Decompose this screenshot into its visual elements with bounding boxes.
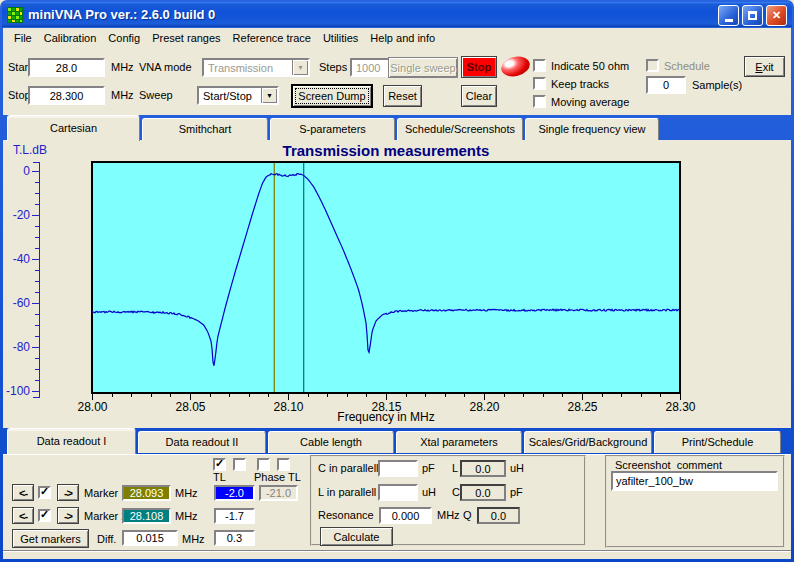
- l-parallel-field[interactable]: [378, 484, 418, 501]
- tl-column-label: TL: [213, 471, 226, 483]
- menu-help[interactable]: Help and info: [364, 29, 441, 47]
- menu-file[interactable]: File: [8, 29, 38, 47]
- start-unit-label: MHz: [111, 61, 134, 73]
- tab-print-schedule[interactable]: Print/Schedule: [654, 431, 781, 453]
- start-frequency-field[interactable]: 28.0: [28, 58, 105, 77]
- phase-trace1-checkbox[interactable]: [257, 458, 270, 471]
- tab-smithchart[interactable]: Smithchart: [142, 118, 268, 140]
- tl-trace1-checkbox[interactable]: [213, 458, 226, 471]
- moving-average-label: Moving average: [551, 96, 629, 108]
- app-window: miniVNA Pro ver.: 2.6.0 build 0 ✕ File C…: [0, 0, 794, 562]
- keep-tracks-checkbox[interactable]: [533, 77, 546, 90]
- marker2-unit-label: MHz: [175, 510, 198, 522]
- tab-cable-length[interactable]: Cable length: [268, 431, 394, 453]
- svg-text:0: 0: [23, 164, 30, 178]
- panel-divider: [3, 550, 791, 552]
- menu-preset-ranges[interactable]: Preset ranges: [146, 29, 226, 47]
- tab-xtal-parameters[interactable]: Xtal parameters: [396, 431, 522, 453]
- l-parallel-unit: uH: [422, 486, 436, 498]
- tl-trace2-checkbox[interactable]: [233, 458, 246, 471]
- svg-text:-20: -20: [13, 208, 31, 222]
- marker1-freq-field[interactable]: 28.093: [122, 485, 171, 501]
- reset-button[interactable]: Reset: [383, 85, 422, 107]
- vna-mode-label: VNA mode: [139, 61, 192, 73]
- exit-label-rest: xit: [763, 61, 774, 73]
- clear-button[interactable]: Clear: [461, 85, 497, 107]
- marker1-left-button[interactable]: <-: [12, 484, 34, 501]
- calculate-button[interactable]: Calculate: [320, 527, 393, 546]
- stop-sweep-button[interactable]: Stop: [461, 56, 497, 78]
- moving-average-checkbox[interactable]: [533, 95, 546, 108]
- sweep-dropdown-icon: ▼: [261, 88, 277, 103]
- l-result-field: 0.0: [460, 460, 506, 477]
- tab-data-readout-1[interactable]: Data readout I: [7, 428, 136, 454]
- resonance-field[interactable]: 0.000: [379, 507, 432, 524]
- marker2-right-button[interactable]: ->: [57, 507, 79, 524]
- marker1-tl-field: -2.0: [214, 485, 255, 501]
- schedule-checkbox: [646, 59, 659, 72]
- sweep-label: Sweep: [139, 89, 173, 101]
- tab-single-frequency-view[interactable]: Single frequency view: [525, 118, 659, 140]
- resonance-unit: MHz: [437, 509, 460, 521]
- c-parallel-label: C in parallell: [318, 462, 379, 474]
- marker2-label: Marker 2: [84, 510, 127, 522]
- readout-tabs: Data readout I Data readout II Cable len…: [3, 428, 791, 455]
- marker1-enable-checkbox[interactable]: [38, 486, 51, 499]
- exit-button[interactable]: Exit: [744, 56, 785, 77]
- minimize-button[interactable]: [718, 5, 739, 26]
- title-bar[interactable]: miniVNA Pro ver.: 2.6.0 build 0 ✕: [2, 2, 792, 27]
- indicate-50ohm-checkbox[interactable]: [533, 59, 546, 72]
- marker2-freq-field[interactable]: 28.108: [122, 508, 171, 524]
- sweep-value: Start/Stop: [199, 88, 261, 103]
- phase-trace2-checkbox[interactable]: [277, 458, 290, 471]
- tab-s-parameters[interactable]: S-parameters: [270, 118, 395, 140]
- screenshot-comment-input[interactable]: [611, 471, 778, 491]
- sweep-select[interactable]: Start/Stop ▼: [197, 86, 279, 105]
- marker1-right-button[interactable]: ->: [57, 484, 79, 501]
- tab-data-readout-2[interactable]: Data readout II: [138, 431, 266, 453]
- l-parallel-label: L in parallell: [318, 486, 376, 498]
- c-parallel-unit: pF: [422, 462, 435, 474]
- exit-label-accel: E: [755, 61, 762, 73]
- marker1-label: Marker 1: [84, 487, 127, 499]
- sweep-activity-led: [499, 54, 532, 79]
- samples-field[interactable]: 0: [646, 76, 686, 94]
- single-sweep-button: Single sweep: [388, 57, 458, 78]
- transmission-chart-plot[interactable]: 0-20-40-60-80-10028.0028.0528.1028.1528.…: [0, 140, 794, 428]
- steps-label: Steps: [319, 61, 347, 73]
- tab-schedule-screenshots[interactable]: Schedule/Screenshots: [397, 118, 523, 140]
- data-readout-panel: TL Phase TL <- -> Marker 1 28.093 MHz -2…: [3, 455, 791, 559]
- c-result-unit: pF: [510, 486, 523, 498]
- c-parallel-field[interactable]: [378, 460, 418, 477]
- marker2-enable-checkbox[interactable]: [38, 509, 51, 522]
- menu-reference-trace[interactable]: Reference trace: [227, 29, 317, 47]
- menu-config[interactable]: Config: [102, 29, 146, 47]
- steps-value: 1000: [352, 60, 389, 75]
- diff-tl-field: 0.3: [214, 530, 255, 546]
- samples-label: Sample(s): [692, 79, 742, 91]
- svg-text:-40: -40: [13, 252, 31, 266]
- maximize-icon: [748, 11, 757, 20]
- tab-scales-grid-background[interactable]: Scales/Grid/Background: [524, 431, 652, 453]
- vna-mode-value: Transmission: [204, 60, 292, 75]
- svg-text:-100: -100: [6, 384, 30, 398]
- maximize-button[interactable]: [742, 5, 763, 26]
- stop-unit-label: MHz: [111, 89, 134, 101]
- schedule-label: Schedule: [664, 60, 710, 72]
- l-result-label: L: [452, 462, 458, 474]
- q-label: Q: [463, 509, 472, 521]
- x-axis-label: Frequency in MHz: [92, 410, 680, 424]
- menu-calibration[interactable]: Calibration: [38, 29, 103, 47]
- keep-tracks-label: Keep tracks: [551, 78, 609, 90]
- tab-cartesian[interactable]: Cartesian: [7, 115, 140, 141]
- get-markers-button[interactable]: Get markers: [12, 529, 89, 548]
- menu-utilities[interactable]: Utilities: [317, 29, 364, 47]
- resonance-label: Resonance: [318, 509, 374, 521]
- l-result-unit: uH: [510, 462, 524, 474]
- marker1-phase-field: -21.0: [259, 485, 298, 501]
- stop-frequency-field[interactable]: 28.300: [28, 86, 105, 105]
- screen-dump-button[interactable]: Screen Dump: [292, 85, 372, 107]
- marker2-left-button[interactable]: <-: [12, 507, 34, 524]
- close-button[interactable]: ✕: [766, 5, 787, 26]
- diff-label: Diff.: [97, 533, 116, 545]
